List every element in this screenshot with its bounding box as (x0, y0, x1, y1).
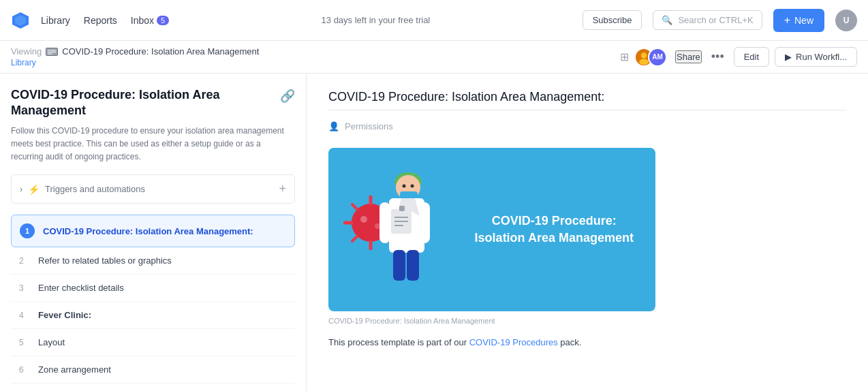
link-icon[interactable]: 🔗 (280, 89, 295, 104)
breadcrumb-title: COVID-19 Procedure: Isolation Area Manag… (62, 46, 259, 57)
triggers-label: Triggers and automations (45, 184, 145, 194)
svg-line-18 (352, 236, 357, 241)
breadcrumb-library-link[interactable]: Library (11, 58, 259, 67)
right-panel: COVID-19 Procedure: Isolation Area Manag… (307, 74, 868, 391)
step-text: Enter checklist details (38, 283, 124, 293)
step-text: Fever Clinic: (38, 310, 91, 320)
image-title-block: COVID-19 Procedure: Isolation Area Manag… (475, 213, 634, 247)
collab-avatar-2: AM (648, 48, 667, 67)
bolt-icon: ⚡ (28, 184, 40, 195)
step-item[interactable]: 5 Layout (11, 329, 295, 356)
plus-icon: + (784, 14, 790, 27)
step-text: COVID-19 Procedure: Isolation Area Manag… (43, 226, 253, 236)
inbox-badge-count: 5 (157, 16, 169, 25)
permissions-label: Permissions (345, 121, 393, 131)
step-item[interactable]: 6 Zone arrangement (11, 356, 295, 384)
logo-icon[interactable] (11, 11, 30, 30)
permissions-icon: 👤 (328, 121, 339, 131)
run-workflow-button[interactable]: ▶ Run Workfl... (775, 47, 857, 67)
triggers-row[interactable]: › ⚡ Triggers and automations + (11, 174, 295, 204)
breadcrumb-bar: Viewing COVID-19 Procedure: Isolation Ar… (0, 41, 868, 74)
step-number: 2 (19, 256, 30, 266)
more-options-button[interactable]: ••• (707, 48, 728, 65)
step-text: Refer to related tables or graphics (38, 255, 172, 266)
trial-text: 13 days left in your free trial (180, 15, 571, 25)
add-trigger-button[interactable]: + (279, 182, 286, 196)
subscribe-button[interactable]: Subscribe (583, 10, 642, 30)
top-nav: Library Reports Inbox 5 13 days left in … (0, 0, 868, 41)
svg-point-24 (403, 185, 406, 188)
svg-point-25 (411, 185, 414, 188)
step-item[interactable]: 3 Enter checklist details (11, 275, 295, 302)
grid-icon[interactable]: ⊞ (620, 50, 629, 63)
share-button[interactable]: Share (675, 50, 702, 63)
svg-rect-37 (407, 250, 419, 281)
breadcrumb-right: ⊞ AM Share ••• Edit ▶ Run Workfl... (620, 47, 857, 67)
svg-rect-36 (393, 250, 405, 281)
svg-point-7 (641, 52, 647, 59)
play-icon: ▶ (785, 52, 792, 62)
search-icon: 🔍 (662, 15, 672, 25)
main-layout: COVID-19 Procedure: Isolation Area Manag… (0, 74, 868, 391)
svg-rect-34 (379, 202, 390, 243)
doc-title: COVID-19 Procedure: Isolation Area Manag… (11, 87, 295, 119)
step-number: 4 (19, 311, 30, 320)
search-box[interactable]: 🔍 Search or CTRL+K (653, 10, 762, 30)
nav-library[interactable]: Library (41, 15, 70, 26)
image-card: COVID-19 Procedure: Isolation Area Manag… (328, 148, 655, 311)
chevron-right-icon: › (20, 185, 22, 194)
nav-reports[interactable]: Reports (84, 15, 117, 26)
process-description: This process template is part of our COV… (328, 336, 846, 350)
svg-point-19 (360, 216, 367, 223)
step-list: 1 COVID-19 Procedure: Isolation Area Man… (11, 215, 295, 384)
image-caption: COVID-19 Procedure: Isolation Area Manag… (328, 317, 846, 325)
covid-procedures-link[interactable]: COVID-19 Procedures (469, 337, 558, 347)
new-button[interactable]: + New (773, 9, 824, 32)
svg-rect-30 (399, 206, 405, 211)
breadcrumb-viewing: Viewing COVID-19 Procedure: Isolation Ar… (11, 46, 259, 57)
content-divider (328, 110, 846, 110)
content-title: COVID-19 Procedure: Isolation Area Manag… (328, 90, 846, 104)
search-placeholder-text: Search or CTRL+K (678, 15, 753, 25)
step-number-circle: 1 (20, 223, 35, 238)
step-text: Layout (38, 337, 65, 347)
doc-description: Follow this COVID-19 procedure to ensure… (11, 125, 295, 164)
step-item[interactable]: 4 Fever Clinic: (11, 302, 295, 329)
svg-rect-35 (419, 202, 430, 243)
doc-header: COVID-19 Procedure: Isolation Area Manag… (11, 87, 295, 163)
breadcrumb-left: Viewing COVID-19 Procedure: Isolation Ar… (11, 46, 259, 67)
illustration (350, 168, 432, 291)
breadcrumb-doc-icon (46, 48, 58, 56)
step-item[interactable]: 2 Refer to related tables or graphics (11, 247, 295, 275)
svg-point-8 (639, 59, 649, 65)
nav-links: Library Reports Inbox 5 (41, 15, 169, 26)
user-avatar[interactable]: U (835, 10, 857, 31)
left-panel: COVID-19 Procedure: Isolation Area Manag… (0, 74, 307, 391)
step-number: 3 (19, 283, 30, 293)
edit-button[interactable]: Edit (734, 47, 769, 67)
step-number: 5 (19, 338, 30, 347)
avatar-group: AM (634, 48, 667, 67)
nav-inbox[interactable]: Inbox 5 (131, 15, 169, 26)
step-item[interactable]: 1 COVID-19 Procedure: Isolation Area Man… (11, 215, 295, 247)
step-text: Zone arrangement (38, 364, 111, 375)
step-number: 6 (19, 365, 30, 375)
permissions-row[interactable]: 👤 Permissions (328, 121, 846, 131)
svg-line-15 (352, 204, 357, 209)
